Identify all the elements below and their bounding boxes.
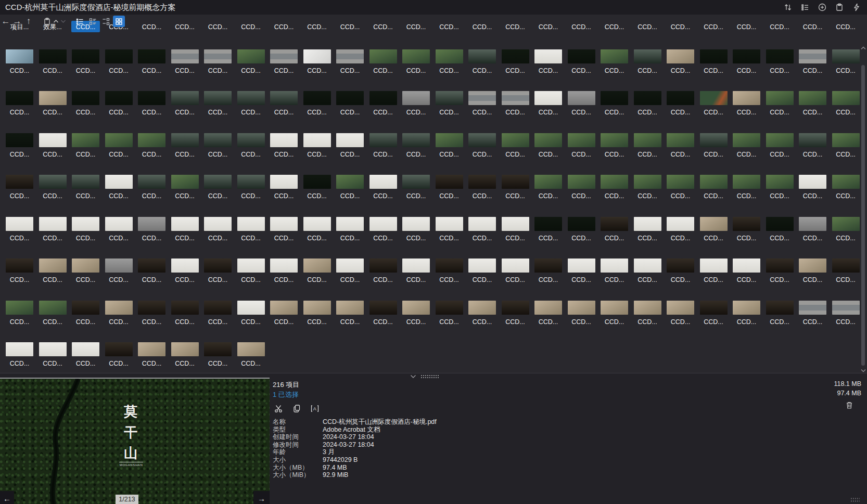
cut-icon[interactable] <box>273 403 284 414</box>
thumbnail-item[interactable]: CCD... <box>533 301 564 327</box>
thumbnail-item[interactable]: CCD... <box>4 259 35 285</box>
thumbnail-item[interactable]: CCD... <box>236 133 266 159</box>
thumbnail-item[interactable]: CCD... <box>269 259 299 285</box>
lightning-icon[interactable] <box>851 2 862 12</box>
thumbnail-item[interactable]: CCD... <box>335 217 365 243</box>
thumbnail-item[interactable]: CCD... <box>731 259 762 285</box>
thumbnail-item[interactable]: CCD... <box>104 91 134 117</box>
thumbnail-item[interactable]: CCD... <box>698 175 729 201</box>
thumbnail-item[interactable]: CCD... <box>665 175 696 201</box>
list-view-icon[interactable] <box>74 16 86 27</box>
thumbnail-item[interactable]: CCD... <box>401 21 431 32</box>
thumbnail-item[interactable]: CCD... <box>236 175 266 201</box>
thumbnail-item[interactable]: CCD... <box>335 259 365 285</box>
chevron-up-icon[interactable] <box>52 17 59 26</box>
thumbnail-item[interactable]: CCD... <box>665 21 696 32</box>
thumbnail-item[interactable]: CCD... <box>632 259 663 285</box>
thumbnail-item[interactable]: CCD... <box>434 49 465 75</box>
thumbnail-item[interactable]: CCD... <box>4 49 35 75</box>
thumbnail-item[interactable]: CCD... <box>434 175 465 201</box>
thumbnail-item[interactable]: CCD... <box>533 21 564 32</box>
thumbnail-item[interactable]: CCD... <box>731 175 762 201</box>
thumbnail-item[interactable]: CCD... <box>236 301 266 327</box>
thumbnail-item[interactable]: CCD... <box>599 49 630 75</box>
thumbnail-item[interactable]: CCD... <box>797 259 828 285</box>
thumbnail-item[interactable]: CCD... <box>467 259 498 285</box>
thumbnail-item[interactable]: CCD... <box>831 91 861 117</box>
thumbnail-item[interactable]: CCD... <box>368 175 399 201</box>
thumbnail-item[interactable]: CCD... <box>202 301 233 327</box>
thumbnail-item[interactable]: CCD... <box>533 91 564 117</box>
thumbnail-item[interactable]: CCD... <box>599 259 630 285</box>
details-view-icon[interactable] <box>87 16 99 27</box>
clipboard-icon[interactable] <box>834 2 845 12</box>
thumbnail-item[interactable]: CCD... <box>764 175 795 201</box>
thumbnail-item[interactable]: CCD... <box>500 49 531 75</box>
thumbnail-item[interactable]: CCD... <box>170 175 200 201</box>
thumbnail-item[interactable]: CCD... <box>764 259 795 285</box>
thumbnail-item[interactable]: CCD... <box>731 49 762 75</box>
thumbnail-item[interactable]: CCD... <box>533 217 564 243</box>
thumbnail-item[interactable]: CCD... <box>500 21 531 32</box>
thumbnail-item[interactable]: CCD... <box>731 301 762 327</box>
thumbnail-item[interactable]: CCD... <box>302 217 333 243</box>
thumbnail-item[interactable]: CCD... <box>37 133 68 159</box>
rename-icon[interactable]: A <box>309 403 321 414</box>
up-arrow-icon[interactable]: ↑ <box>23 15 34 28</box>
thumbnail-item[interactable]: CCD... <box>302 133 333 159</box>
thumbnail-item[interactable]: CCD... <box>434 21 465 32</box>
thumbnail-item[interactable]: CCD... <box>731 133 762 159</box>
thumbnail-item[interactable]: CCD... <box>70 342 101 368</box>
previous-page-button[interactable]: ← <box>0 491 14 504</box>
thumbnail-item[interactable]: CCD... <box>202 217 233 243</box>
thumbnail-item[interactable]: CCD... <box>136 91 167 117</box>
thumbnail-item[interactable]: CCD... <box>368 49 399 75</box>
thumbnail-item[interactable]: CCD... <box>269 217 299 243</box>
thumbnail-item[interactable]: CCD... <box>467 301 498 327</box>
thumbnail-item[interactable]: CCD... <box>269 175 299 201</box>
preview-pane[interactable]: 莫 干 山 MOGANSHAN ← 1/213 → <box>0 378 270 504</box>
content-view-icon[interactable] <box>100 16 112 27</box>
thumbnail-item[interactable]: CCD... <box>797 301 828 327</box>
thumbnail-item[interactable]: CCD... <box>4 133 35 159</box>
thumbnail-item[interactable]: CCD... <box>764 21 795 32</box>
thumbnail-item[interactable]: CCD... <box>566 21 597 32</box>
thumbnail-item[interactable]: CCD... <box>302 91 333 117</box>
thumbnail-item[interactable]: CCD... <box>533 49 564 75</box>
thumbnail-item[interactable]: CCD... <box>70 301 101 327</box>
thumbnail-item[interactable]: CCD... <box>831 21 861 32</box>
scrollbar-thumb[interactable] <box>861 65 865 366</box>
thumbnail-item[interactable]: CCD... <box>236 91 266 117</box>
thumbnail-item[interactable]: CCD... <box>500 175 531 201</box>
thumbnail-item[interactable]: CCD... <box>467 21 498 32</box>
thumbnail-item[interactable]: CCD... <box>236 342 266 368</box>
thumbnail-item[interactable]: CCD... <box>467 175 498 201</box>
thumbnail-item[interactable]: CCD... <box>368 301 399 327</box>
thumbnail-item[interactable]: CCD... <box>434 259 465 285</box>
thumbnail-item[interactable]: CCD... <box>797 49 828 75</box>
thumbnail-item[interactable]: CCD... <box>632 175 663 201</box>
thumbnail-item[interactable]: CCD... <box>269 91 299 117</box>
thumbnail-item[interactable]: CCD... <box>599 133 630 159</box>
thumbnail-item[interactable]: CCD... <box>764 301 795 327</box>
thumbnail-item[interactable]: CCD... <box>104 175 134 201</box>
thumbnail-item[interactable]: CCD... <box>698 259 729 285</box>
thumbnail-item[interactable]: CCD... <box>467 217 498 243</box>
thumbnail-item[interactable]: CCD... <box>269 49 299 75</box>
scroll-up-icon[interactable] <box>860 45 866 51</box>
thumbnail-item[interactable]: CCD... <box>467 91 498 117</box>
thumbnail-item[interactable]: CCD... <box>764 49 795 75</box>
thumbnail-item[interactable]: CCD... <box>831 259 861 285</box>
thumbnail-item[interactable]: CCD... <box>4 301 35 327</box>
thumbnail-item[interactable]: CCD... <box>500 91 531 117</box>
thumbnail-item[interactable]: CCD... <box>566 133 597 159</box>
thumbnail-item[interactable]: CCD... <box>665 217 696 243</box>
next-page-button[interactable]: → <box>253 491 270 504</box>
thumbnail-item[interactable]: CCD... <box>70 133 101 159</box>
thumbnail-item[interactable]: CCD... <box>335 301 365 327</box>
copy-icon[interactable] <box>291 403 302 414</box>
thumbnail-item[interactable]: CCD... <box>831 175 861 201</box>
thumbnail-item[interactable]: CCD... <box>368 133 399 159</box>
thumbnail-item[interactable]: CCD... <box>136 301 167 327</box>
thumbnail-item[interactable]: CCD... <box>236 259 266 285</box>
